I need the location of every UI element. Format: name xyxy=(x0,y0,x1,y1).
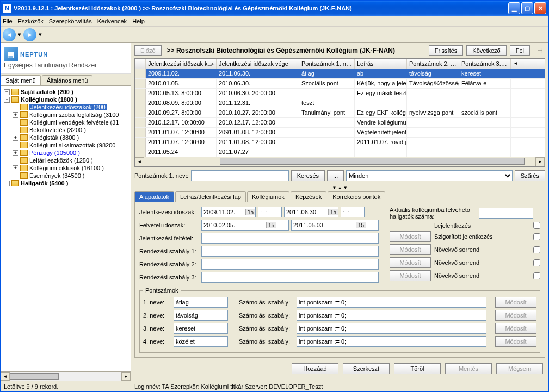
tree-toggle-icon[interactable]: + xyxy=(4,89,10,95)
search-button[interactable]: Keresés xyxy=(291,170,325,181)
minimize-button[interactable]: ▁ xyxy=(508,2,520,14)
tree-label[interactable]: Kollégisták (3800 ) xyxy=(29,134,79,141)
calendar-icon[interactable]: 15 xyxy=(328,209,338,215)
save-button[interactable]: Mentés xyxy=(445,363,492,374)
grid-column-header[interactable]: Pontszámok 2. ne... xyxy=(407,59,459,69)
close-button[interactable]: ✕ xyxy=(534,2,546,14)
tree-label[interactable]: Saját adatok (200 ) xyxy=(21,89,73,95)
pontszam-modosit-button[interactable]: Módosít xyxy=(495,323,536,334)
filter-select[interactable]: Minden xyxy=(346,170,513,181)
scroll-left-icon[interactable]: ◄ xyxy=(1,372,10,381)
tree-node[interactable]: Leltári eszközök (1250 ) xyxy=(2,157,129,164)
pontszam-modosit-button[interactable]: Módosít xyxy=(495,297,536,308)
pin-icon[interactable]: ⊣ xyxy=(535,46,545,55)
szamolasi-rule-input[interactable] xyxy=(297,323,486,334)
jel-from-date[interactable] xyxy=(202,207,245,217)
szamolasi-rule-input[interactable] xyxy=(297,310,486,321)
table-row[interactable]: 2010.01.05.2010.06.30.Szociális pontKérj… xyxy=(135,79,545,89)
tree-label[interactable]: Hallgatók (5400 ) xyxy=(21,180,68,186)
maximize-button[interactable]: ▢ xyxy=(521,2,533,14)
nav-tree[interactable]: +Saját adatok (200 )-Kollégiumok (1800 )… xyxy=(1,86,131,371)
grid-scroll-left-icon[interactable]: ◄ xyxy=(135,157,144,166)
tree-toggle-icon[interactable]: + xyxy=(13,165,18,171)
tab-own-menu[interactable]: Saját menü xyxy=(1,75,41,85)
table-row[interactable]: 2011.01.07. 12:00:002091.01.08. 12:00:00… xyxy=(135,128,545,138)
grid-column-header[interactable]: Jelentkezési időszak k... xyxy=(146,59,217,69)
grid-body[interactable]: 2009.11.02.2011.06.30.átlagabtávolságker… xyxy=(135,69,545,157)
modosit-1-button[interactable]: Módosít xyxy=(390,231,431,242)
delete-button[interactable]: Töröl xyxy=(394,363,441,374)
tab-kollegiumok[interactable]: Kollégiumok xyxy=(247,191,289,202)
collapse-handle[interactable]: ▼ ▲ ▼ xyxy=(131,184,548,191)
tree-toggle-icon[interactable]: + xyxy=(4,181,10,186)
tree-node[interactable]: Kollégiumi alkalmazottak (98200 xyxy=(2,141,129,149)
pontszam-modosit-button[interactable]: Módosít xyxy=(495,310,536,321)
rend2-input[interactable] xyxy=(201,259,379,270)
nov2-checkbox[interactable] xyxy=(533,259,540,266)
tree-label[interactable]: Események (34500 ) xyxy=(29,172,85,179)
rend1-input[interactable] xyxy=(201,246,379,257)
table-row[interactable]: 2011.01.07. 12:00:002011.01.08. 12:00:00… xyxy=(135,138,545,147)
tree-node[interactable]: Beköltöztetés (3200 ) xyxy=(2,126,129,134)
menu-favorites[interactable]: Kedvencek xyxy=(97,18,127,24)
table-row[interactable]: 2011.05.242011.07.27 xyxy=(135,147,545,157)
tree-node[interactable]: +Kollégiumi ciklusok (16100 ) xyxy=(2,164,129,172)
grid-header[interactable]: Jelentkezési időszak k...Jelentkezési id… xyxy=(135,59,545,69)
forward-button[interactable]: ► xyxy=(23,28,36,41)
modosit-2-button[interactable]: Módosít xyxy=(390,244,431,255)
calendar-icon[interactable]: 15 xyxy=(245,209,255,215)
grid-column-header[interactable]: Pontszámok 1. ne... xyxy=(299,59,355,69)
tree-label[interactable]: Leltári eszközök (1250 ) xyxy=(29,157,93,164)
pontszam-modosit-button[interactable]: Módosít xyxy=(495,336,536,347)
felv-from-date[interactable] xyxy=(202,220,266,230)
edit-button[interactable]: Szerkeszt xyxy=(343,363,390,374)
tree-node[interactable]: +Kollégiumi szoba foglaltság (3100 xyxy=(2,111,129,119)
search-more-button[interactable]: ... xyxy=(327,170,344,181)
grid-scroll-right-icon[interactable]: ► xyxy=(535,157,545,166)
tree-label[interactable]: Kollégiumi vendégek felvétele (31 xyxy=(29,119,119,126)
tree-node[interactable]: +Hallgatók (5400 ) xyxy=(2,179,129,187)
jel-from-time[interactable] xyxy=(258,207,282,217)
tree-label[interactable]: Kollégiumi alkalmazottak (98200 xyxy=(29,142,115,148)
prev-button[interactable]: Előző xyxy=(134,45,162,56)
grid-h-scrollbar[interactable]: ◄ ► xyxy=(135,157,545,166)
table-row[interactable]: 2010.05.13. 8:00:002010.06.30. 20:00:00E… xyxy=(135,89,545,98)
tab-general-menu[interactable]: Általános menü xyxy=(42,75,93,85)
tab-leiras[interactable]: Leírás/Jelentkezési lap xyxy=(175,191,246,202)
tree-toggle-icon[interactable]: - xyxy=(4,97,10,103)
tree-label[interactable]: Beköltöztetés (3200 ) xyxy=(29,127,86,133)
table-row[interactable]: 2010.09.27. 8:00:002010.10.27. 20:00:00T… xyxy=(135,108,545,118)
tree-label[interactable]: Pénzügy (105000 ) xyxy=(29,150,80,156)
grid-column-header[interactable]: Leírás xyxy=(355,59,407,69)
table-row[interactable]: 2009.11.02.2011.06.30.átlagabtávolságker… xyxy=(135,69,545,79)
nov3-checkbox[interactable] xyxy=(533,272,540,279)
felv-to-date[interactable] xyxy=(292,220,356,230)
grid-column-header[interactable]: Pontszámok 3. ne... xyxy=(459,59,511,69)
calendar-icon[interactable]: 15 xyxy=(266,222,276,228)
refresh-button[interactable]: Frissítés xyxy=(429,45,464,56)
tree-label[interactable]: Kollégiumi szoba foglaltság (3100 xyxy=(29,111,119,118)
tree-node[interactable]: Jelentkezési időszakok (200 xyxy=(2,103,129,111)
left-h-scrollbar[interactable]: ◄ ► xyxy=(1,371,131,381)
search-input[interactable] xyxy=(191,170,289,181)
back-dropdown-icon[interactable]: ▾ xyxy=(18,31,21,38)
modosit-4-button[interactable]: Módosít xyxy=(390,270,431,281)
tree-label[interactable]: Kollégiumi ciklusok (16100 ) xyxy=(29,165,104,171)
akt-input[interactable] xyxy=(479,208,533,219)
jel-feltetel-input[interactable] xyxy=(201,233,379,244)
pontszam-name-input[interactable] xyxy=(174,310,228,321)
grid-scroll-thumb[interactable] xyxy=(220,158,525,165)
tree-node[interactable]: +Saját adatok (200 ) xyxy=(2,88,129,96)
szamolasi-rule-input[interactable] xyxy=(297,336,486,347)
jel-to-date[interactable] xyxy=(285,207,328,217)
tree-node[interactable]: +Pénzügy (105000 ) xyxy=(2,149,129,157)
tree-toggle-icon[interactable]: + xyxy=(13,135,18,141)
modosit-3-button[interactable]: Módosít xyxy=(390,257,431,268)
scroll-right-icon[interactable]: ► xyxy=(121,372,131,381)
nov1-checkbox[interactable] xyxy=(533,246,540,253)
calendar-icon[interactable]: 15 xyxy=(356,222,366,228)
jel-to-time[interactable] xyxy=(341,207,365,217)
tree-node[interactable]: +Kollégisták (3800 ) xyxy=(2,134,129,141)
tree-node[interactable]: Kollégiumi vendégek felvétele (31 xyxy=(2,119,129,126)
lejel-checkbox[interactable] xyxy=(533,222,540,229)
